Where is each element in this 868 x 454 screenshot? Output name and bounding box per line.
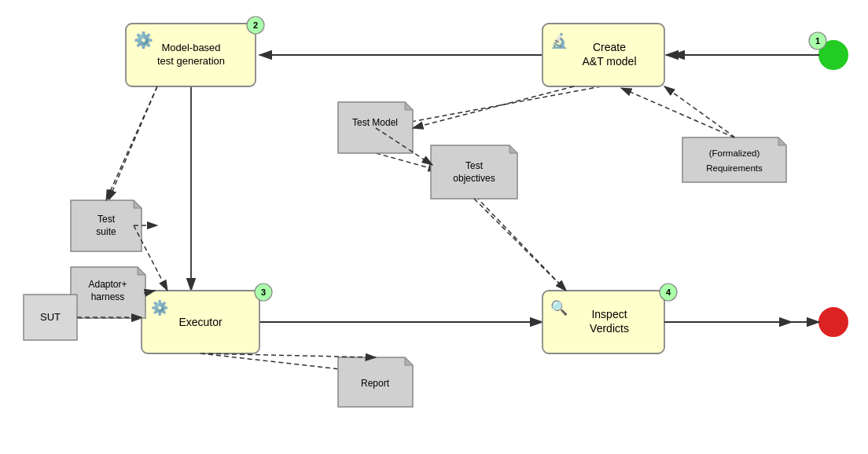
svg-line-8 [376, 153, 439, 170]
model-based-label: Model-based [161, 42, 220, 53]
svg-line-46 [106, 86, 157, 200]
workflow-diagram: ⚙️ Model-based test generation 2 🔬 Creat… [0, 0, 868, 454]
test-model-label: Test Model [352, 117, 398, 128]
badge-4: 4 [666, 287, 671, 297]
worker-icon: 🔬 [550, 32, 568, 49]
svg-line-52 [413, 86, 574, 128]
model-based-label2: test generation [157, 55, 225, 67]
report-label: Report [361, 378, 390, 389]
adaptor-label2: harness [91, 291, 125, 302]
badge-3: 3 [261, 287, 266, 297]
svg-marker-31 [509, 145, 517, 153]
inspect-label: Inspect [591, 308, 627, 320]
svg-marker-37 [682, 137, 786, 182]
svg-marker-38 [778, 137, 786, 145]
test-objectives-label2: objectives [453, 173, 495, 184]
executor-label: Executor [178, 316, 223, 328]
svg-line-51 [474, 199, 566, 291]
inspect-icon: 🔍 [550, 299, 568, 317]
adaptor-label: Adaptor+ [88, 279, 127, 290]
gear-icon: ⚙️ [134, 31, 153, 49]
test-objectives-label: Test [465, 160, 484, 171]
badge-1: 1 [815, 36, 820, 46]
create-at-label2: A&T model [583, 55, 637, 68]
svg-marker-30 [431, 145, 517, 199]
svg-marker-33 [134, 200, 142, 208]
test-suite-label2: suite [96, 226, 116, 237]
requirements-label: (Formalized) [709, 148, 760, 158]
inspect-label2: Verdicts [590, 322, 629, 335]
svg-marker-29 [405, 102, 413, 110]
svg-marker-40 [405, 357, 413, 365]
test-suite-label: Test [97, 214, 116, 225]
badge-2: 2 [253, 20, 258, 30]
executor-gear-icon: ⚙️ [151, 299, 169, 317]
svg-marker-35 [138, 267, 145, 275]
requirements-label2: Requirements [706, 163, 763, 173]
sut-label: SUT [40, 311, 61, 323]
create-at-label: Create [593, 41, 626, 53]
end-circle [819, 308, 848, 336]
diagram-container: ⚙️ Model-based test generation 2 🔬 Creat… [0, 0, 868, 454]
